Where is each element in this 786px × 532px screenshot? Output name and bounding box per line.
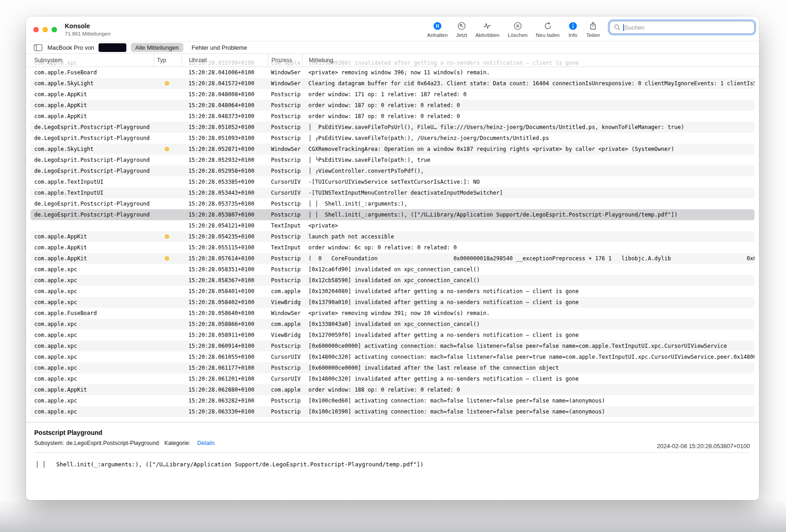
- cell-mitteilung: [0x130204080] invalidated after getting …: [302, 286, 755, 297]
- tab-all-messages[interactable]: Alle Mitteilungen: [131, 43, 183, 52]
- table-row[interactable]: de.LegoEsprit.Postscript-Playground 15:2…: [31, 122, 755, 133]
- cell-subsystem: de.LegoEsprit.Postscript-Playground: [34, 155, 154, 165]
- cell-mitteilung: [0x600000ce0000] invalidated after the l…: [302, 362, 755, 373]
- cell-uhrzeit: 15:20:28.058402+0100: [182, 297, 268, 308]
- cell-prozess: Postscrip: [268, 275, 302, 286]
- table-row[interactable]: com.apple.xpc 15:20:28.058351+0100 Posts…: [31, 264, 755, 275]
- cell-mitteilung: [0x14800c320] invalidated after getting …: [302, 373, 755, 384]
- table-row[interactable]: com.apple.AppKit 15:20:28.048008+0100 Po…: [31, 89, 755, 100]
- table-row[interactable]: com.apple.TextInputUI 15:20:28.053385+01…: [31, 176, 755, 187]
- cell-mitteilung: │ ┌PsEditView.saveFileTo(path:), /Users/…: [302, 133, 755, 144]
- pause-button[interactable]: Anhalten: [423, 21, 452, 38]
- table-row[interactable]: de.LegoEsprit.Postscript-Playground 15:2…: [31, 155, 755, 165]
- table-row[interactable]: de.LegoEsprit.Postscript-Playground 15:2…: [31, 198, 755, 209]
- cell-prozess: TextInput: [268, 220, 302, 231]
- zoom-window-button[interactable]: [52, 27, 57, 32]
- column-header-subsystem[interactable]: Subsystem: [34, 54, 154, 67]
- cell-prozess: Postscrip: [268, 155, 302, 165]
- jump-to-now-label: Jetzt: [456, 32, 467, 38]
- table-row[interactable]: com.apple.TextInputUI 15:20:28.053443+01…: [31, 187, 755, 198]
- cell-subsystem: com.apple.AppKit: [34, 253, 154, 264]
- table-row[interactable]: com.apple.xpc 15:20:28.060914+0100 Posts…: [31, 341, 755, 351]
- detail-subsystem-value: de.LegoEsprit.Postscript-Playground: [66, 440, 159, 446]
- info-circle-icon: [568, 21, 578, 31]
- table-row[interactable]: com.apple.xpc 15:20:28.058402+0100 ViewB…: [31, 297, 755, 308]
- search-icon: [614, 24, 621, 31]
- cell-typ: [154, 264, 182, 275]
- table-row[interactable]: com.apple.xpc 15:20:28.061055+0100 Curso…: [31, 351, 755, 362]
- share-label: Teilen: [586, 32, 600, 38]
- table-row[interactable]: com.apple.xpc 15:20:28.061201+0100 Curso…: [31, 373, 755, 384]
- cell-subsystem: com.apple.AppKit: [34, 89, 154, 100]
- cell-typ: [154, 198, 182, 209]
- info-button[interactable]: Info: [564, 21, 582, 38]
- table-row[interactable]: 15:20:28.054121+0100 TextInput <private>: [31, 220, 755, 231]
- search-input[interactable]: [625, 24, 751, 31]
- table-row[interactable]: com.apple.xpc 15:20:28.058401+0100 com.a…: [31, 286, 755, 297]
- cell-uhrzeit: 15:20:28.061055+0100: [182, 351, 268, 362]
- table-row[interactable]: com.apple.xpc 15:20:28.058866+0100 com.a…: [31, 319, 755, 330]
- jump-to-now-button[interactable]: Jetzt: [452, 21, 471, 38]
- table-row[interactable]: com.apple.xpc 15:20:28.063282+0100 Posts…: [31, 395, 755, 406]
- cell-prozess: ViewBridg: [268, 330, 302, 341]
- cell-uhrzeit: 15:20:28.053443+0100: [182, 187, 268, 198]
- minimize-window-button[interactable]: [42, 27, 48, 32]
- cell-typ: [154, 209, 182, 220]
- table-row[interactable]: de.LegoEsprit.Postscript-Playground 15:2…: [31, 165, 755, 176]
- table-row[interactable]: com.apple.AppKit 15:20:28.062880+0100 co…: [31, 384, 755, 395]
- table-row[interactable]: de.LegoEsprit.Postscript-Playground 15:2…: [31, 209, 755, 220]
- table-row[interactable]: com.apple.xpc 15:20:28.058367+0100 Posts…: [31, 275, 755, 286]
- cell-subsystem: com.apple.xpc: [34, 341, 154, 351]
- share-button[interactable]: Teilen: [582, 21, 604, 38]
- cell-typ: [154, 275, 182, 286]
- column-header-typ[interactable]: Typ: [154, 54, 182, 67]
- cell-prozess: CursorUIV: [268, 187, 302, 198]
- table-row[interactable]: com.apple.SkyLight 15:20:28.041572+0100 …: [31, 78, 755, 89]
- detail-divider: [34, 452, 751, 453]
- cell-typ: [154, 67, 182, 78]
- cell-uhrzeit: 15:20:28.058911+0100: [182, 330, 268, 341]
- close-window-button[interactable]: [33, 27, 39, 32]
- cell-uhrzeit: 15:20:28.053385+0100: [182, 176, 268, 187]
- title-bar[interactable]: Konsole 71.861 Mitteilungen Anhalten Jet…: [26, 16, 759, 41]
- cell-mitteilung: [0x14800c320] activating connection: mac…: [302, 351, 755, 362]
- cell-typ: [154, 231, 182, 242]
- cell-subsystem: com.apple.xpc: [34, 406, 154, 417]
- table-row[interactable]: com.apple.FuseBoard 15:20:28.041006+0100…: [31, 67, 755, 78]
- clear-circle-icon: [513, 21, 523, 31]
- cell-prozess: Postscrip: [268, 133, 302, 144]
- cell-typ: [154, 78, 182, 89]
- cell-uhrzeit: 15:20:28.054235+0100: [182, 231, 268, 242]
- column-header-uhrzeit[interactable]: Uhrzeit: [182, 54, 268, 67]
- cell-typ: [154, 220, 182, 231]
- tab-errors-and-faults[interactable]: Fehler und Probleme: [187, 43, 251, 52]
- cell-uhrzeit: 15:20:28.062880+0100: [182, 384, 268, 395]
- column-header-mitteilung[interactable]: Mitteilung: [302, 54, 759, 67]
- sidebar-toggle-icon[interactable]: [34, 44, 42, 51]
- cell-typ: [154, 406, 182, 417]
- table-row[interactable]: com.apple.FuseBoard 15:20:28.058640+0100…: [31, 308, 755, 319]
- table-row[interactable]: com.apple.AppKit 15:20:28.054235+0100 Po…: [31, 231, 755, 242]
- table-row[interactable]: com.apple.AppKit 15:20:28.057614+0100 Po…: [31, 253, 755, 264]
- info-label: Info: [568, 32, 577, 38]
- table-row[interactable]: com.apple.xpc 15:20:28.058911+0100 ViewB…: [31, 330, 755, 341]
- cell-prozess: WindowSer: [268, 144, 302, 155]
- table-row[interactable]: de.LegoEsprit.Postscript-Playground 15:2…: [31, 133, 755, 144]
- table-row[interactable]: com.apple.AppKit 15:20:28.048064+0100 Po…: [31, 100, 755, 111]
- cell-mitteilung: -[TUICursorUIViewService setTextCursorIs…: [302, 176, 755, 187]
- cell-typ: [154, 165, 182, 176]
- cell-uhrzeit: 15:20:28.051093+0100: [182, 133, 268, 144]
- reload-button[interactable]: Neu laden: [532, 21, 564, 38]
- table-row[interactable]: com.apple.SkyLight 15:20:28.052871+0100 …: [31, 144, 755, 155]
- cell-mitteilung: -[TUINSTextInputMenuController deactivat…: [302, 187, 755, 198]
- clear-button[interactable]: Löschen: [504, 21, 531, 38]
- table-row[interactable]: com.apple.xpc 15:20:28.063330+0100 Posts…: [31, 406, 755, 417]
- details-link[interactable]: Details: [197, 440, 214, 446]
- column-header-prozess[interactable]: Prozess: [268, 54, 302, 67]
- table-row[interactable]: com.apple.xpc 15:20:28.061177+0100 Posts…: [31, 362, 755, 373]
- activities-button[interactable]: Aktivitäten: [471, 21, 504, 38]
- table-row[interactable]: com.apple.AppKit 15:20:28.055115+0100 Te…: [31, 242, 755, 253]
- table-row[interactable]: com.apple.AppKit 15:20:28.048373+0100 Po…: [31, 111, 755, 122]
- search-field[interactable]: [609, 21, 755, 34]
- cell-uhrzeit: 15:20:28.051052+0100: [182, 122, 268, 133]
